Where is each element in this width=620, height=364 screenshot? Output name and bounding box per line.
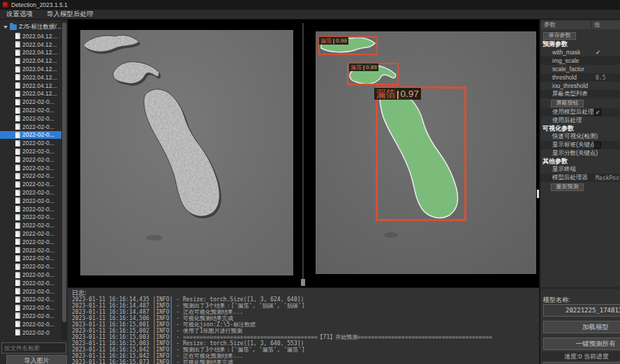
file-icon <box>15 312 20 319</box>
log-line: 2023-01-11 16:16:15,003 |INFO| - =======… <box>72 334 539 340</box>
tree-item[interactable]: 2022-02-0... <box>0 123 61 131</box>
chevron-down-icon[interactable] <box>3 26 8 29</box>
tree-item[interactable]: 2022-02-0... <box>0 229 61 238</box>
param-row-show-scores[interactable]: 显示分数(关键点) <box>540 149 620 158</box>
model-name-field[interactable]: 20221225_174813 <box>543 304 620 317</box>
tree-scrollbar[interactable] <box>61 20 67 340</box>
param-row-quick-visualize[interactable]: 快速可视化(检测) <box>540 132 620 141</box>
param-row-iou-threshold[interactable]: iou_threshold <box>540 82 620 90</box>
tree-item[interactable]: 2022-02-0... <box>0 147 61 156</box>
tree-item-label: 2022.04.12... <box>22 33 57 40</box>
tree-item[interactable]: 2022-02-0... <box>0 238 61 246</box>
tree-item-label: 2022-02-0... <box>22 165 54 172</box>
search-input[interactable] <box>1 342 66 354</box>
column-param: 参数 <box>541 21 591 29</box>
panel-divider[interactable] <box>302 23 304 286</box>
param-row-mask-type-list[interactable]: 屏蔽类型列表 <box>540 90 620 98</box>
tree-item[interactable]: 2022-02-0... <box>0 188 61 197</box>
tree-item[interactable]: 2022-02-0... <box>0 98 61 106</box>
tree-item[interactable]: 2022-02-0... <box>0 296 61 304</box>
mask-types-button[interactable]: 屏蔽按钮 <box>551 100 584 107</box>
save-params-row: 保存参数 <box>540 31 620 40</box>
threshold-value[interactable]: 0.5 <box>596 75 605 81</box>
repredict-button[interactable]: 重新预测 <box>551 183 584 191</box>
tree-item-label: 2022-02-0... <box>22 197 54 204</box>
file-icon <box>15 272 20 278</box>
tree-item[interactable]: 2022.04.12... <box>0 40 61 49</box>
tree-item[interactable]: 2022-02-0... <box>0 114 61 123</box>
window-title: Detection_2023.1.5.1 <box>11 1 68 8</box>
param-row-show-labels[interactable]: 显示标签(关键点) <box>540 141 620 149</box>
tree-item[interactable]: 2022-02-0... <box>0 131 61 139</box>
save-params-button[interactable]: 保存参数 <box>543 32 576 40</box>
log-lines: 2023-01-11 16:16:14,435 |INFO| - Resize:… <box>72 296 539 364</box>
file-icon <box>15 329 20 335</box>
file-icon <box>15 33 20 39</box>
params-panel: 参数 值 保存参数 预测参数 with_mask ✓ img_scale sca… <box>539 20 620 364</box>
label-divider: | <box>397 88 399 100</box>
tree-item[interactable]: 2022-02-0... <box>0 303 61 312</box>
checkbox-checked[interactable]: ✓ <box>594 109 601 116</box>
param-row-scale-factor[interactable]: scale_factor <box>540 65 620 73</box>
tree-item[interactable]: 2022-02-0... <box>0 197 61 205</box>
tree-item-list: 2022.04.12... 2022.04.12... 2022.04.12..… <box>0 32 61 336</box>
tree-item[interactable]: 2022-02-0... <box>0 164 61 172</box>
tree-item-label: 2022-02-0... <box>22 288 54 295</box>
tree-item[interactable]: 2022-02-0... <box>0 246 61 255</box>
tree-item[interactable]: 2022-02-0... <box>0 312 61 320</box>
tree-item[interactable]: 2022.04.12... <box>0 56 61 65</box>
tree-item[interactable]: 2022.04.12... <box>0 73 61 82</box>
tree-item[interactable]: 2022-02-0... <box>0 213 61 222</box>
tree-scrollbar-thumb[interactable] <box>62 22 66 322</box>
file-icon <box>15 197 20 204</box>
tree-item-label: 2022-02-0... <box>22 181 54 188</box>
postprocessor-value[interactable]: MaskPostPro <box>596 175 620 181</box>
tree-item[interactable]: 2022.04.12... <box>0 82 61 90</box>
tree-item-label: 2022-02-0... <box>22 312 54 319</box>
tree-item[interactable]: 2022-02-0... <box>0 279 61 287</box>
detection-app-window: Detection_2023.1.5.1 设置选项 导入模型后处理 Z:/5-标… <box>0 0 620 364</box>
tree-item[interactable]: 2022-02-0... <box>0 205 61 213</box>
tree-item-label: 2022-02-0... <box>22 263 54 270</box>
file-icon <box>15 165 20 171</box>
file-icon <box>15 99 20 105</box>
tree-item[interactable]: 2022-02-0 <box>0 328 61 337</box>
file-icon <box>15 255 20 261</box>
left-image-view[interactable] <box>80 30 293 275</box>
tree-root[interactable]: Z:/5-标注数据/... <box>0 23 61 31</box>
menu-import-postprocess[interactable]: 导入模型后处理 <box>47 10 94 19</box>
load-model-button[interactable]: 加载模型 <box>543 321 620 333</box>
log-line: 2023-01-11 16:16:14,435 |INFO| - Resize:… <box>72 296 539 303</box>
param-row-use-model-postprocess[interactable]: 使用模型后处理 ✓ <box>540 108 620 116</box>
file-icon <box>15 140 20 146</box>
tree-item[interactable]: 2022-02-0... <box>0 139 61 147</box>
log-line: 2023-01-11 16:16:15,001 |INFO| - 可视化json… <box>72 321 539 328</box>
checkbox-empty[interactable] <box>594 142 601 149</box>
tree-item[interactable]: 2022-02-0... <box>0 106 61 114</box>
right-image-view[interactable]: 漏箔|0.99 漏箔|0.89 漏箔|0.97 <box>316 31 536 274</box>
log-text: 2023-01-11 16:16:15,073 |INFO| - 可视化预测结果… <box>72 359 233 364</box>
tree-item[interactable]: 2022-02-0... <box>0 172 61 181</box>
tree-item[interactable]: 2022.04.12... <box>0 32 61 40</box>
param-row-model-postprocessor[interactable]: 模型后处理器 MaskPostPro <box>540 174 620 182</box>
tree-item[interactable]: 2022-02-0... <box>0 271 61 279</box>
tree-item[interactable]: 2022-02-0... <box>0 262 61 271</box>
param-row-use-postprocess[interactable]: 使用后处理 <box>540 116 620 125</box>
tree-item[interactable]: 2022-02-0... <box>0 156 61 164</box>
tree-item[interactable]: 2022-02-0... <box>0 320 61 328</box>
tree-item[interactable]: 2022.04.12... <box>0 65 61 73</box>
tree-item[interactable]: 2022-02-0... <box>0 255 61 263</box>
panel-divider-handle[interactable] <box>301 279 305 286</box>
tree-item[interactable]: 2022.04.12... <box>0 90 61 98</box>
param-row-with-mask[interactable]: with_mask ✓ <box>540 48 620 56</box>
menu-settings[interactable]: 设置选项 <box>6 10 33 19</box>
tree-item[interactable]: 2022-02-0... <box>0 221 61 229</box>
tree-item[interactable]: 2022-02-0... <box>0 287 61 296</box>
param-row-show-terminal[interactable]: 显示终端 <box>540 165 620 174</box>
tree-item[interactable]: 2022-02-0... <box>0 180 61 188</box>
tree-item[interactable]: 2022.04.12... <box>0 49 61 57</box>
import-images-button[interactable]: 导入图片 <box>6 355 67 364</box>
param-row-img-scale[interactable]: img_scale <box>540 56 620 65</box>
param-row-threshold[interactable]: threshold 0.5 <box>540 73 620 82</box>
predict-all-button[interactable]: 一键预测所有 <box>543 338 620 350</box>
